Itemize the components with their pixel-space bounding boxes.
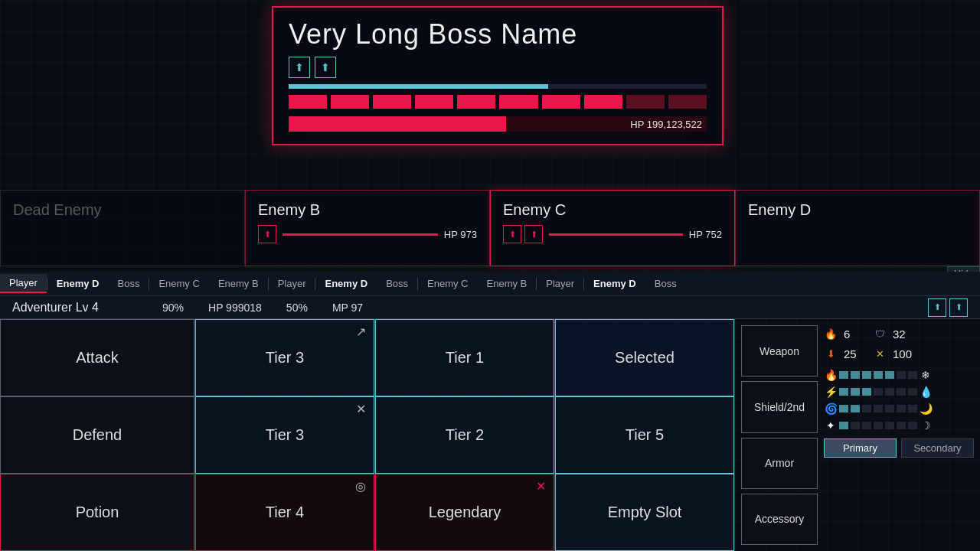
star-seg-1 (839, 422, 848, 429)
tab-enemy-d-3[interactable]: Enemy D (584, 275, 645, 292)
seg-2 (331, 95, 369, 109)
tab-enemy-b-2[interactable]: Enemy B (478, 275, 537, 292)
equip-stats: 🔥 6 🛡 32 ⬇ 25 ✕ 100 🔥 (824, 325, 974, 545)
lightning-seg-1 (839, 388, 848, 396)
enemy-area: Dead Enemy Enemy B ⬆ HP 973 Enemy C ⬆ ⬆ … (0, 190, 980, 266)
enemy-panel-b[interactable]: Enemy B ⬆ HP 973 (245, 190, 490, 266)
seg-dark-1 (626, 95, 665, 109)
empty-slot-button[interactable]: Empty Slot (555, 474, 734, 551)
enemy-c-bottom: ⬆ ⬆ HP 752 (503, 225, 722, 243)
action-column: Attack Defend Potion (0, 319, 195, 551)
seg-5 (457, 95, 495, 109)
tier4-label: Tier 4 (266, 504, 304, 521)
lightning-stat-icon: ⚡ (824, 385, 838, 399)
tier2-button[interactable]: Tier 2 (375, 396, 554, 474)
segment-bars (289, 95, 707, 109)
star-seg-2 (851, 422, 860, 429)
tier3-top-label: Tier 3 (266, 349, 304, 367)
tab-player-3[interactable]: Player (537, 275, 583, 292)
enemy-c-icon-2: ⬆ (524, 225, 543, 243)
enemy-dead-name: Dead Enemy (13, 201, 232, 219)
fire-end-icon: ❄ (919, 368, 933, 382)
enemy-panel-dead[interactable]: Dead Enemy (0, 190, 245, 266)
fire-seg-3 (862, 371, 871, 379)
boss-panel: Very Long Boss Name ⬆ ⬆ HP 199,123,522 (272, 6, 724, 145)
tier3-top-button[interactable]: Tier 3 ↗ (195, 319, 374, 396)
primary-button[interactable]: Primary (824, 439, 897, 458)
tab-boss-1[interactable]: Boss (109, 275, 149, 292)
lightning-bar (839, 388, 917, 396)
equipment-column: Weapon Shield/2nd Armor Accessory 🔥 6 🛡 … (735, 319, 980, 551)
tier1-label: Tier 1 (446, 349, 484, 367)
water-icon: 💧 (919, 385, 933, 399)
enemy-b-hp-text: HP 973 (444, 229, 477, 240)
stats-bar: Adventurer Lv 4 90% HP 999018 50% MP 97 … (0, 296, 980, 319)
wind-seg-2 (851, 405, 860, 412)
fire-icon: 🔥 (824, 327, 838, 341)
tier-left-column: Tier 3 ↗ Tier 3 ✕ Tier 4 ◎ (195, 319, 375, 551)
enemy-c-hp-text: HP 752 (689, 229, 722, 240)
tab-player-1[interactable]: Player (0, 274, 47, 293)
bar-row-wind: 🌀 🌙 (824, 402, 974, 416)
star-seg-3 (862, 422, 871, 429)
defend-button[interactable]: Defend (0, 396, 194, 474)
potion-button[interactable]: Potion (0, 474, 194, 551)
seg-6 (499, 95, 537, 109)
boss-icons: ⬆ ⬆ (289, 57, 707, 78)
accessory-button[interactable]: Accessory (741, 494, 818, 545)
player-name: Adventurer Lv 4 (12, 301, 150, 315)
tier4-button[interactable]: Tier 4 ◎ (195, 474, 374, 551)
fire-seg-4 (874, 371, 883, 379)
enemy-panel-d[interactable]: Enemy D (735, 190, 980, 266)
star-seg-5 (885, 422, 894, 429)
tab-enemy-c-1[interactable]: Enemy C (149, 275, 208, 292)
skill-column: Tier 1 Tier 2 Legendary ✕ (375, 319, 555, 551)
tab-enemy-c-2[interactable]: Enemy C (418, 275, 477, 292)
bar-row-fire: 🔥 ❄ (824, 368, 974, 382)
tab-player-2[interactable]: Player (269, 275, 315, 292)
armor-button[interactable]: Armor (741, 438, 818, 489)
shield-button[interactable]: Shield/2nd (741, 381, 818, 432)
weapon-button[interactable]: Weapon (741, 325, 818, 377)
boss-hp-text: HP 199,123,522 (630, 119, 702, 130)
selected-button[interactable]: Selected (555, 319, 734, 396)
cross-icon: ✕ (873, 347, 887, 360)
tier5-button[interactable]: Tier 5 (555, 396, 734, 474)
stat-val-4: MP 97 (320, 302, 375, 314)
stagger-bar (289, 84, 707, 89)
equip-labels: Weapon Shield/2nd Armor Accessory (741, 325, 818, 545)
boss-hp-bar: HP 199,123,522 (289, 116, 707, 132)
tab-boss-3[interactable]: Boss (645, 275, 686, 292)
equip-stat-row-2: ⬇ 25 ✕ 100 (824, 345, 974, 362)
tab-enemy-b-1[interactable]: Enemy B (209, 275, 268, 292)
stat-val-2: HP 999018 (196, 302, 274, 314)
tab-boss-2[interactable]: Boss (377, 275, 417, 292)
enemy-b-bottom: ⬆ HP 973 (258, 225, 477, 243)
earth-icon: 🌙 (919, 402, 933, 416)
tab-enemy-d-1[interactable]: Enemy D (47, 275, 109, 292)
seg-dark-2 (668, 95, 707, 109)
wind-seg-3 (862, 405, 871, 412)
enemy-panel-c[interactable]: Enemy C ⬆ ⬆ HP 752 (490, 190, 735, 266)
star-bar (839, 422, 917, 429)
fire-seg-7 (908, 371, 917, 379)
star-stat-icon: ✦ (824, 419, 838, 432)
wind-seg-6 (897, 405, 906, 412)
lightning-seg-2 (851, 388, 860, 396)
wind-seg-5 (885, 405, 894, 412)
boss-hp-fill (289, 116, 506, 132)
enemy-c-name: Enemy C (503, 201, 722, 219)
legendary-icon: ✕ (536, 479, 546, 494)
legendary-button[interactable]: Legendary ✕ (375, 474, 554, 551)
tier2-label: Tier 2 (446, 426, 484, 444)
fire-seg-5 (885, 371, 894, 379)
tab-bar: Player Enemy D Boss Enemy C Enemy B Play… (0, 272, 980, 296)
lightning-seg-4 (874, 388, 883, 396)
secondary-button[interactable]: Secondary (901, 439, 974, 458)
tab-enemy-d-2[interactable]: Enemy D (315, 275, 377, 292)
tier1-button[interactable]: Tier 1 (375, 319, 554, 396)
attack-button[interactable]: Attack (0, 319, 194, 396)
enemy-b-icons: ⬆ (258, 225, 276, 243)
stat-num-25: 25 (844, 347, 867, 360)
tier3-mid-button[interactable]: Tier 3 ✕ (195, 396, 374, 474)
